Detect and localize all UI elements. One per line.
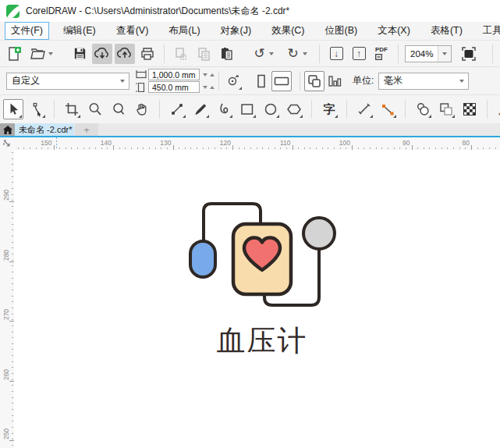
cloud-download-button[interactable] <box>92 44 112 64</box>
current-page-button[interactable] <box>324 71 345 91</box>
vertical-ruler[interactable]: 300290280270260250 <box>0 150 14 448</box>
page-height-field[interactable]: 450.0 mm <box>148 81 200 93</box>
units-combo[interactable]: 毫米 <box>378 73 469 90</box>
ruler-minor-tick <box>12 385 13 386</box>
eyedropper-tool[interactable] <box>495 99 500 119</box>
menu-item-edit[interactable]: 编辑(E) <box>57 22 102 40</box>
menu-item-table[interactable]: 表格(T) <box>424 22 469 40</box>
rectangle-tool[interactable] <box>237 99 257 119</box>
all-pages-button[interactable] <box>304 71 324 91</box>
b-spline-tool[interactable] <box>214 99 234 119</box>
publish-pdf-button[interactable]: PDF <box>371 44 392 64</box>
transparency-tool[interactable] <box>436 99 456 119</box>
undo-dropdown-arrow[interactable] <box>269 52 274 55</box>
ruler-label: 140 <box>93 139 112 147</box>
new-document-button[interactable] <box>4 44 24 64</box>
menu-item-effects[interactable]: 效果(C) <box>265 22 310 40</box>
ruler-minor-tick <box>12 236 13 236</box>
save-button[interactable] <box>69 44 90 64</box>
artistic-media-tool[interactable] <box>190 99 211 119</box>
ruler-minor-tick <box>12 314 13 315</box>
ruler-minor-tick <box>12 308 13 308</box>
menu-item-text[interactable]: 文本(X) <box>371 22 417 40</box>
blood-pressure-monitor-drawing[interactable] <box>180 193 344 318</box>
ruler-minor-tick <box>12 254 13 254</box>
print-button[interactable] <box>137 44 158 64</box>
text-tool[interactable]: 字 <box>319 99 339 119</box>
freehand-tool[interactable] <box>167 99 187 119</box>
ruler-minor-tick <box>167 148 168 149</box>
undo-button[interactable]: ↺ <box>248 44 279 64</box>
paste-button[interactable] <box>216 44 236 64</box>
ruler-label: 270 <box>2 305 10 324</box>
zoom-tool[interactable] <box>85 99 105 119</box>
cloud-upload-button[interactable] <box>115 44 135 64</box>
open-dropdown-arrow[interactable] <box>48 52 53 55</box>
crop-tool[interactable] <box>62 99 82 119</box>
drawing-label[interactable]: 血压计 <box>180 322 344 361</box>
menu-item-file[interactable]: 文件(F) <box>5 22 49 40</box>
page-height-spinner[interactable] <box>203 86 215 89</box>
copy-button[interactable] <box>193 44 214 64</box>
polygon-tool[interactable] <box>284 99 304 119</box>
fit-page-button[interactable] <box>459 44 479 64</box>
ruler-minor-tick <box>275 148 275 149</box>
export-icon: ↑ <box>353 47 366 60</box>
ruler-minor-tick <box>143 148 144 149</box>
ruler-minor-tick <box>483 148 484 149</box>
ruler-minor-tick <box>12 397 13 398</box>
ellipse-tool[interactable] <box>261 99 281 119</box>
ruler-minor-tick <box>137 148 138 149</box>
page-preset-dropdown[interactable] <box>115 73 129 89</box>
gauge-circle[interactable] <box>303 218 335 249</box>
new-tab-button[interactable]: + <box>75 123 98 136</box>
copy-properties-button[interactable] <box>171 44 191 64</box>
redo-button[interactable]: ↻ <box>282 44 313 64</box>
page-preset-combo[interactable]: 自定义 <box>6 73 129 90</box>
ruler-label: 290 <box>2 186 10 204</box>
menu-item-bitmaps[interactable]: 位图(B) <box>319 22 364 40</box>
scale-settings-button[interactable] <box>223 71 243 91</box>
magnifier-tool[interactable] <box>108 99 129 119</box>
page-width-icon <box>136 70 147 80</box>
ruler-origin-corner[interactable] <box>0 137 14 150</box>
menu-item-view[interactable]: 查看(V) <box>110 22 155 40</box>
document-tab-active[interactable]: 未命名 -2.cdr* <box>15 123 74 136</box>
pan-tool[interactable] <box>132 99 152 119</box>
zoom-level-combo[interactable]: 204% <box>405 45 452 62</box>
portrait-button[interactable] <box>251 71 271 91</box>
pump-bulb[interactable] <box>190 241 215 277</box>
separator <box>311 100 312 119</box>
page-width-spinner[interactable] <box>203 73 215 76</box>
page-width-field[interactable]: 1,000.0 mm <box>148 69 200 80</box>
pdf-icon: PDF <box>375 47 388 60</box>
ruler-label: 80 <box>451 139 470 147</box>
units-dropdown[interactable] <box>455 73 468 89</box>
horizontal-ruler[interactable]: 1501401301201101009080 <box>0 137 500 150</box>
landscape-button[interactable] <box>271 71 292 91</box>
home-tab[interactable] <box>0 123 15 136</box>
shape-tool[interactable] <box>27 99 47 119</box>
pattern-fill-tool[interactable] <box>459 99 480 119</box>
ruler-minor-tick <box>30 148 30 149</box>
ruler-label: 260 <box>2 365 10 384</box>
dimension-tool[interactable] <box>354 99 374 119</box>
export-button[interactable]: ↑ <box>349 44 369 64</box>
drop-shadow-tool[interactable] <box>413 99 433 119</box>
import-button[interactable]: ↓ <box>326 44 346 64</box>
ruler-minor-tick <box>334 148 335 149</box>
zoom-level-dropdown[interactable] <box>438 46 451 62</box>
redo-dropdown-arrow[interactable] <box>303 52 307 55</box>
ruler-label: 100 <box>332 139 350 147</box>
menu-bar: 文件(F)编辑(E)查看(V)布局(L)对象(J)效果(C)位图(B)文本(X)… <box>0 22 500 41</box>
connector-tool[interactable] <box>378 99 398 119</box>
menu-item-tools[interactable]: 工具(O) <box>477 22 500 40</box>
ruler-minor-tick <box>12 194 13 195</box>
menu-item-layout[interactable]: 布局(L) <box>162 22 206 40</box>
canvas[interactable]: 血压计 <box>14 150 500 448</box>
ruler-minor-tick <box>12 182 13 183</box>
open-button[interactable] <box>27 44 56 64</box>
menu-item-object[interactable]: 对象(J) <box>215 22 258 40</box>
ruler-minor-tick <box>280 148 281 149</box>
pick-tool[interactable] <box>3 99 23 119</box>
